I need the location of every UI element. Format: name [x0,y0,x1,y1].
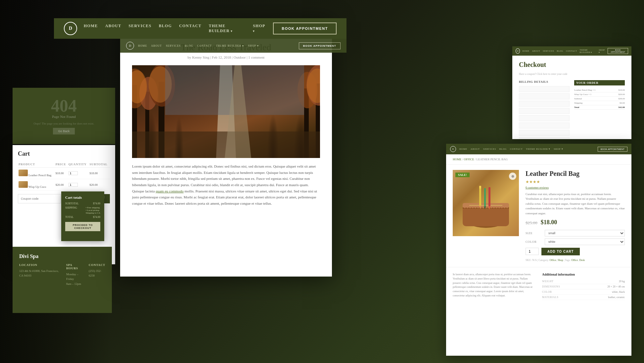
product-reviews-link[interactable]: 6 customer reviews [526,186,625,189]
product-description: Curabitur erat nisi, ullamcorper porta r… [526,192,625,216]
checkout-nav-about[interactable]: ABOUT [532,50,540,52]
svg-rect-26 [484,188,486,206]
color-select[interactable]: white black brown [545,238,625,245]
checkout-order: Your order Leather Pencil Bag × 1 $18.00… [574,80,625,139]
cart-item-qty[interactable] [68,179,89,191]
spec-weight: WEIGHT 20 kg [542,279,625,284]
color-option-row: COLOR white black brown [526,238,625,245]
billing-last-name[interactable] [519,93,570,99]
billing-company[interactable] [519,101,570,107]
cart-item-subtotal: $20.00 [89,179,110,191]
nav-theme-builder[interactable]: THEME BUILDER [209,24,246,33]
checkout-nav-theme-builder[interactable]: THEME BUILDER ▾ [580,49,596,53]
sec-book-appointment-button[interactable]: BOOK APPOINTMENT [299,42,341,49]
product-breadcrumb: HOME / OFFICE / LEATHER PENCIL BAG [446,154,631,165]
billing-state[interactable] [519,130,570,136]
product-nav-book-btn[interactable]: BOOK APPOINTMENT [598,147,627,152]
product-nav-logo[interactable]: D [450,146,456,152]
product-additional: In laoreet diam arcu, ullamcorper porta … [446,267,631,305]
product-nav-services[interactable]: SERVICES [483,148,496,150]
sec-nav-theme-builder[interactable]: THEME BUILDER ▾ [216,44,244,47]
cart-item-qty[interactable] [68,168,89,179]
product-shop-link[interactable]: Shop [558,259,563,262]
billing-first-name[interactable] [519,86,570,92]
cart-title: Cart [18,150,110,157]
cart-col-product: PRODUCT [18,161,55,168]
table-row: Wisp Up Coco $20.00 $20.00 [18,179,110,191]
checkout-nav-logo[interactable]: D [516,48,520,54]
breadcrumb-home[interactable]: HOME [453,158,462,161]
sec-nav-about[interactable]: ABOUT [151,44,162,47]
product-info: Leather Pencil Bag ★★★★ 6 customer revie… [526,170,625,262]
blog-text-link[interactable]: quam eu commodo [156,189,183,193]
billing-country[interactable] [519,108,570,114]
cart-item-image [19,170,28,176]
product-body: SALE! ⊕ [446,165,631,267]
billing-address[interactable] [519,115,570,121]
checkout-nav-shop[interactable]: SHOP ▾ [599,49,605,53]
product-tag-desk[interactable]: Desk [579,259,584,262]
product-nav-blog[interactable]: BLOG [499,148,507,150]
product-nav-contact[interactable]: CONTACT [510,148,523,150]
sec-nav-blog[interactable]: BLOG [185,44,193,47]
product-price-new: $18.00 [541,219,557,226]
billing-postcode[interactable] [519,137,570,139]
checkout-nav-contact[interactable]: CONTACT [566,50,577,52]
secondary-nav-logo[interactable]: D [126,42,134,50]
main-nav-logo[interactable]: D [64,22,77,35]
nav-blog[interactable]: BLOG [159,24,172,33]
checkout-title: Checkout [519,61,625,69]
additional-info-title: Additional information [542,273,625,276]
nav-shop[interactable]: SHOP [253,24,266,33]
product-image-svg [453,170,519,236]
secondary-nav-bar: D HOME ABOUT SERVICES BLOG CONTACT THEME… [120,39,346,53]
nav-contact[interactable]: CONTACT [179,24,202,33]
order-row: Subtotal $38.00 [574,97,625,101]
product-nav-theme-builder[interactable]: THEME BUILDER ▾ [526,148,550,150]
svg-rect-28 [488,187,490,206]
nav-services[interactable]: SERVICES [129,24,152,33]
location-address: 123 4th St #1000, San Francisco, CA 9410… [19,269,60,278]
cart-col-price: PRICE [55,161,68,168]
checkout-nav-blog[interactable]: BLOG [557,50,564,52]
spa-hours: Spa Hours Monday – Friday8am – 12pm [66,263,82,286]
add-to-cart-button[interactable]: ADD TO CART [541,248,580,255]
product-nav-about[interactable]: ABOUT [471,148,480,150]
checkout-nav: D HOME ABOUT SERVICES BLOG CONTACT THEME… [512,46,631,56]
breadcrumb-current: LEATHER PENCIL BAG [477,158,508,161]
nav-home[interactable]: HOME [84,24,98,33]
checkout-nav-home[interactable]: HOME [523,50,529,52]
checkout-nav-services[interactable]: SERVICES [543,50,554,52]
panel-spa: Divi Spa Location 123 4th St #1000, San … [13,247,112,313]
book-appointment-button[interactable]: BOOK APPOINTMENT [273,23,337,34]
product-tag-office[interactable]: Office [571,259,578,262]
coupon-input[interactable] [18,194,61,203]
sec-nav-home[interactable]: HOME [138,44,147,47]
breadcrumb-office[interactable]: OFFICE [464,158,474,161]
nav-about[interactable]: ABOUT [105,24,121,33]
product-nav-shop[interactable]: SHOP ▾ [554,148,563,150]
go-back-button[interactable]: Go Back [53,128,75,134]
quantity-input[interactable] [526,248,539,255]
spec-dimensions: DIMENSIONS 20 × 20 × 40 cm [542,284,625,289]
blog-meta: by Kenny Sing | Feb 12, 2018 | Outdoor |… [132,55,320,59]
subtotal-label: SUBTOTAL [65,202,79,205]
checkout-nav-book-btn[interactable]: BOOK APPOINTMENT [608,48,628,54]
product-category-link[interactable]: Office [550,259,556,262]
cart-item-label: Leather Pencil Bag [28,174,51,177]
sec-nav-shop[interactable]: SHOP ▾ [248,44,258,47]
shipping-row: SHIPPING • Free shipping • Local pickup … [65,206,100,214]
size-select[interactable]: small medium large [545,230,625,236]
table-row: Leather Pencil Bag $18.00 $18.00 [18,168,110,179]
cart-item-price: $20.00 [55,179,68,191]
proceed-to-checkout-button[interactable]: PROCEED TO CHECKOUT [65,222,100,231]
blog-content: The Road Less Traveled by Kenny Sing | F… [120,32,332,213]
sec-nav-contact[interactable]: CONTACT [197,44,212,47]
product-nav-home[interactable]: HOME [459,148,467,150]
billing-city[interactable] [519,123,570,129]
color-label: COLOR [526,240,542,243]
sec-nav-services[interactable]: SERVICES [166,44,181,47]
contact-phone: (255) 352-6258 [89,269,105,278]
panel-cart-totals: Cart totals SUBTOTAL $74.00 SHIPPING • F… [61,191,104,241]
product-name: Leather Pencil Bag [526,170,625,178]
